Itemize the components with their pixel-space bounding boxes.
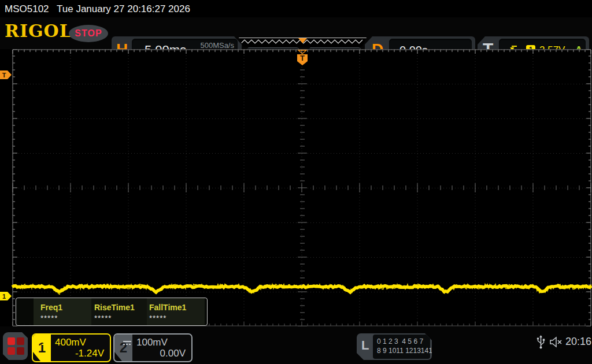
measurement-value: ***** [94,314,112,322]
channel1-offset: -1.24V [75,348,104,359]
graticule-area[interactable]: T T 1 Freq1 ***** RiseTime1 ***** FallTi… [0,49,592,326]
channel1-marker-label: 1 [2,293,6,300]
bottom-bar: 1 400mV -1.24V 2 100mV 0.00V L 0 1 2 3 4… [0,326,592,364]
measurement-name: Freq1 [40,303,62,312]
measurement-value: ***** [149,314,166,322]
acquisition-status-badge: STOP [69,25,108,42]
logic-label: L [361,338,369,353]
measurement-panel[interactable]: Freq1 ***** RiseTime1 ***** FallTime1 **… [16,298,208,326]
channel1-badge: 1 [33,335,51,361]
dc-coupling-icon [123,340,132,346]
trigger-position-marker[interactable]: T [297,50,308,65]
channel1-scale-value: 400mV [55,337,86,348]
logic-recess: 0 1 2 3 4 5 6 7 8 9 1011 12131415 [373,335,430,359]
usb-icon [536,335,545,349]
measurement-name: RiseTime1 [94,303,135,312]
display-grid-icon [17,347,24,355]
channel2-badge: 2 [114,335,132,361]
display-grid-icon [8,337,15,345]
channel1-position-marker[interactable]: 1 [0,292,12,300]
waveform-display: T T 1 [0,49,592,326]
measurement-name: FallTime1 [149,303,186,312]
channel2-scale-value: 100mV [136,337,168,348]
measurement-col: Freq1 ***** [34,298,91,325]
measurement-value: ***** [40,314,58,322]
clock-label: 20:16 [565,336,591,348]
memory-zigzag-icon [239,38,367,47]
titlebar: MSO5102 Tue January 27 20:16:27 2026 [0,0,592,17]
datetime-label: Tue January 27 20:16:27 2026 [57,3,190,15]
channel2-offset: 0.00V [160,348,186,359]
rigol-logo: RIGOL [5,21,72,41]
waveform-memory-bar[interactable] [239,38,367,47]
display-grid-icon [8,347,15,355]
display-grid-icon [17,337,24,345]
channel1-status[interactable]: 1 400mV -1.24V [32,333,111,362]
model-label: MSO5102 [5,3,49,15]
logic-channels-row1: 0 1 2 3 4 5 6 7 [377,337,423,346]
display-grid-button[interactable] [3,332,28,360]
trigger-level-label: T [2,72,6,79]
channel2-scale: 100mV [136,337,168,348]
measurement-col: RiseTime1 ***** [91,298,147,325]
header-bar: RIGOL STOP H 5.00ms 500MSa/s 25Mpts Meas… [0,17,592,49]
logic-channels-row2: 8 9 1011 12131415 [377,347,436,355]
trigger-position-label: T [300,54,305,62]
channel1-scale: 400mV [55,337,86,348]
dc-coupling-icon [41,340,50,346]
trigger-level-marker[interactable]: T [0,70,12,79]
speaker-muted-icon[interactable] [549,336,563,348]
measurement-col: FallTime1 ***** [147,298,205,325]
channel2-status[interactable]: 2 100mV 0.00V [113,333,193,362]
logic-channels-status[interactable]: L 0 1 2 3 4 5 6 7 8 9 1011 12131415 [357,333,432,360]
